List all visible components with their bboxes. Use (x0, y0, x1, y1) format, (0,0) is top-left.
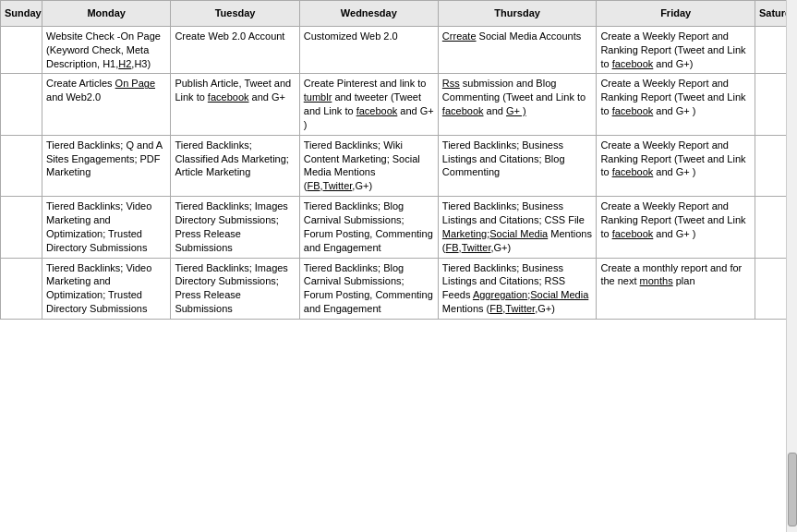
cell-r1-friday: Create a Weekly Report and Ranking Repor… (597, 26, 755, 74)
cell-r1-thursday: Crreate Social Media Accounts (438, 26, 597, 74)
cell-r2-friday: Create a Weekly Report and Ranking Repor… (597, 74, 755, 135)
cell-r3-wednesday: Tiered Backlinks; Wiki Content Marketing… (299, 135, 438, 196)
table-row: Tiered Backlinks; Video Marketing and Op… (1, 197, 797, 258)
cell-r4-sunday (1, 197, 42, 258)
cell-r2-tuesday: Publish Article, Tweet and Link to faceb… (171, 74, 299, 135)
cell-r5-wednesday: Tiered Backlinks; Blog Carnival Submissi… (299, 258, 438, 319)
header-wednesday: Wednesday (299, 1, 438, 27)
table-row: Create Articles On Page and Web2.0 Publi… (1, 74, 797, 135)
cell-r5-sunday (1, 258, 42, 319)
cell-r2-thursday: Rss submission and Blog Commenting (Twee… (438, 74, 597, 135)
cell-r1-monday: Website Check -On Page (Keyword Check, M… (42, 26, 171, 74)
cell-r3-sunday (1, 135, 42, 196)
header-tuesday: Tuesday (171, 1, 299, 27)
cell-r4-friday: Create a Weekly Report and Ranking Repor… (597, 197, 755, 258)
header-thursday: Thursday (438, 1, 597, 27)
cell-r3-tuesday: Tiered Backlinks; Classified Ads Marketi… (171, 135, 299, 196)
table-row: Tiered Backlinks; Video Marketing and Op… (1, 258, 797, 319)
header-monday: Monday (42, 1, 171, 27)
cell-r1-wednesday: Customized Web 2.0 (299, 26, 438, 74)
cell-r1-tuesday: Create Web 2.0 Account (171, 26, 299, 74)
cell-r5-monday: Tiered Backlinks; Video Marketing and Op… (42, 258, 171, 319)
cell-r2-monday: Create Articles On Page and Web2.0 (42, 74, 171, 135)
cell-r3-monday: Tiered Backlinks; Q and A Sites Engageme… (42, 135, 171, 196)
header-friday: Friday (597, 1, 755, 27)
calendar-table: Sunday Monday Tuesday Wednesday Thursday… (0, 0, 797, 320)
table-row: Tiered Backlinks; Q and A Sites Engageme… (1, 135, 797, 196)
cell-r4-monday: Tiered Backlinks; Video Marketing and Op… (42, 197, 171, 258)
table-row: Website Check -On Page (Keyword Check, M… (1, 26, 797, 74)
header-sunday: Sunday (1, 1, 42, 27)
cell-r2-wednesday: Create Pinterest and link to tumblr and … (299, 74, 438, 135)
cell-r4-wednesday: Tiered Backlinks; Blog Carnival Submissi… (299, 197, 438, 258)
cell-r5-tuesday: Tiered Backlinks; Images Directory Submi… (171, 258, 299, 319)
cell-r4-tuesday: Tiered Backlinks; Images Directory Submi… (171, 197, 299, 258)
cell-r1-sunday (1, 26, 42, 74)
cell-r3-friday: Create a Weekly Report and Ranking Repor… (597, 135, 755, 196)
cell-r3-thursday: Tiered Backlinks; Business Listings and … (438, 135, 597, 196)
cell-r5-thursday: Tiered Backlinks; Business Listings and … (438, 258, 597, 319)
cell-r4-thursday: Tiered Backlinks; Business Listings and … (438, 197, 597, 258)
scrollbar-track[interactable] (786, 0, 797, 320)
cell-r2-sunday (1, 74, 42, 135)
cell-r5-friday: Create a monthly report and for the next… (597, 258, 755, 319)
